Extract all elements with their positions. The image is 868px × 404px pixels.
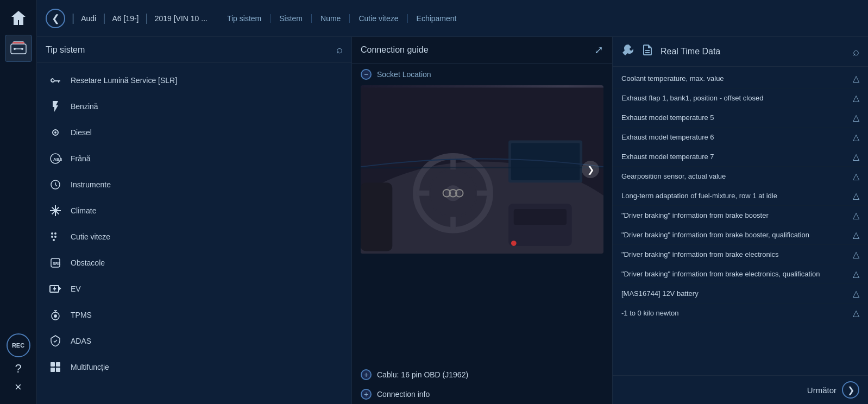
socket-location-row[interactable]: − Socket Location (352, 64, 612, 85)
data-item-label-5: Gearposition sensor, actual value (621, 172, 726, 180)
menu-item-climate[interactable]: Climate (37, 198, 351, 224)
menu-item-diesel[interactable]: Diesel (37, 119, 351, 146)
breadcrumb-brand[interactable]: Audi (81, 14, 96, 23)
data-item-2[interactable]: Exhaust model temperature 5 △ (613, 108, 868, 128)
data-item-6[interactable]: Long-term adaptation of fuel-mixture, ro… (613, 186, 868, 206)
menu-label-climate: Climate (71, 206, 96, 215)
svg-rect-41 (361, 167, 603, 168)
menu-item-instrumente[interactable]: Instrumente (37, 172, 351, 198)
nav-echipament[interactable]: Echipament (408, 14, 466, 23)
alert-icon-8: △ (853, 230, 859, 240)
menu-item-ev[interactable]: EV (37, 276, 351, 302)
cable-row[interactable]: + Cablu: 16 pin OBD (J1962) (352, 365, 612, 384)
data-item-label-7: "Driver braking" information from brake … (621, 211, 769, 219)
lightning-icon (48, 99, 63, 114)
left-panel: Tip sistem ⌕ Resetare Lumină Service [SL… (37, 37, 352, 404)
menu-item-obstacole[interactable]: SRS Obstacole (37, 250, 351, 276)
alert-icon-1: △ (853, 93, 859, 103)
svg-rect-21 (51, 368, 55, 372)
data-item-5[interactable]: Gearposition sensor, actual value △ (613, 167, 868, 186)
sidebar-bottom: REC ? × (7, 333, 30, 400)
svg-point-40 (511, 241, 517, 246)
multi-icon (48, 359, 63, 375)
menu-label-multi: Multifuncție (71, 363, 109, 371)
svg-rect-3 (12, 42, 24, 43)
menu-list: Resetare Lumină Service [SLR] Benzină (37, 63, 351, 384)
svg-rect-20 (56, 362, 60, 367)
breadcrumb-model[interactable]: A6 [19-] (112, 14, 139, 23)
cable-label: Cablu: 16 pin OBD (J1962) (377, 370, 468, 379)
data-item-8[interactable]: "Driver braking" information from brake … (613, 225, 868, 245)
abs-icon: ABS (48, 151, 63, 166)
menu-item-benzina[interactable]: Benzină (37, 93, 351, 119)
data-item-label-0: Coolant temperature, max. value (621, 74, 724, 83)
menu-item-tpms[interactable]: TPMS (37, 302, 351, 328)
expand-button[interactable]: ⤢ (594, 43, 603, 56)
menu-label-diesel: Diesel (71, 128, 92, 137)
alert-icon-10: △ (853, 269, 859, 279)
left-panel-title: Tip sistem (46, 45, 85, 55)
urmator-label: Următor (807, 386, 836, 395)
data-item-7[interactable]: "Driver braking" information from brake … (613, 206, 868, 225)
header-sep3: | (145, 12, 148, 24)
right-footer: Următor ❯ (613, 375, 868, 404)
sidebar-car-diagnostic[interactable] (5, 35, 32, 62)
svg-rect-39 (361, 182, 392, 251)
document-icon-button[interactable] (641, 43, 654, 60)
data-item-9[interactable]: "Driver braking" information from brake … (613, 245, 868, 264)
menu-label-benzina: Benzină (71, 102, 98, 111)
rec-button[interactable]: REC (7, 333, 30, 357)
svg-point-12 (51, 236, 53, 238)
svg-point-11 (54, 232, 56, 235)
back-button[interactable]: ❮ (46, 9, 65, 28)
nav-tip-sistem[interactable]: Tip sistem (218, 14, 271, 23)
data-item-12[interactable]: -1 to 0 kilo newton △ (613, 304, 868, 323)
alert-icon-9: △ (853, 249, 859, 260)
menu-item-cutie[interactable]: Cutie viteze (37, 224, 351, 250)
menu-item-slr[interactable]: Resetare Lumină Service [SLR] (37, 67, 351, 93)
data-item-label-9: "Driver braking" information from brake … (621, 250, 779, 258)
menu-item-multi[interactable]: Multifuncție (37, 354, 351, 380)
next-slide-button[interactable]: ❯ (582, 161, 599, 178)
svg-rect-36 (514, 209, 567, 225)
gearbox-icon (48, 229, 63, 244)
urmator-button[interactable]: ❯ (842, 381, 859, 399)
svg-point-18 (54, 314, 57, 318)
main-content: ❮ | Audi | A6 [19-] | 2019 [VIN 10 ... T… (37, 0, 868, 404)
sidebar-home[interactable] (5, 4, 32, 31)
svg-rect-19 (51, 362, 55, 367)
breadcrumb-year[interactable]: 2019 [VIN 10 ... (155, 14, 207, 23)
svg-point-13 (54, 236, 56, 238)
menu-label-obstacole: Obstacole (71, 258, 105, 267)
left-search-button[interactable]: ⌕ (336, 43, 343, 56)
sidebar: REC ? × (0, 0, 37, 404)
nav-cutie-viteze[interactable]: Cutie viteze (350, 14, 407, 23)
data-item-label-3: Exhaust model temperature 6 (621, 133, 714, 141)
svg-point-27 (445, 185, 461, 201)
nav-sistem[interactable]: Sistem (271, 14, 312, 23)
wrench-icon-button[interactable] (621, 43, 634, 60)
alert-icon-12: △ (853, 308, 859, 318)
right-search-button[interactable]: ⌕ (853, 46, 859, 58)
menu-item-frana[interactable]: ABS Frână (37, 146, 351, 172)
nav-nume[interactable]: Nume (312, 14, 350, 23)
svg-point-9 (54, 209, 57, 212)
data-item-10[interactable]: "Driver braking" information from brake … (613, 264, 868, 284)
header-nav: Tip sistem Sistem Nume Cutie viteze Echi… (218, 14, 466, 23)
right-panel-header: Real Time Data ⌕ (613, 37, 868, 67)
data-item-3[interactable]: Exhaust model temperature 6 △ (613, 128, 868, 147)
srs-icon: SRS (48, 255, 63, 270)
menu-item-adas[interactable]: ADAS (37, 328, 351, 354)
alert-icon-2: △ (853, 112, 859, 123)
data-item-label-6: Long-term adaptation of fuel-mixture, ro… (621, 192, 777, 200)
data-item-1[interactable]: Exhaust flap 1, bank1, position - offset… (613, 89, 868, 108)
data-item-0[interactable]: Coolant temperature, max. value △ (613, 69, 868, 89)
connection-row[interactable]: + Connection info (352, 384, 612, 404)
data-item-11[interactable]: [MAS16744] 12V battery △ (613, 284, 868, 304)
adas-icon (48, 333, 63, 349)
help-icon[interactable]: ? (15, 362, 21, 376)
menu-label-adas: ADAS (71, 337, 91, 345)
data-item-label-2: Exhaust model temperature 5 (621, 113, 714, 122)
close-icon[interactable]: × (15, 380, 22, 394)
data-item-4[interactable]: Exhaust model temperature 7 △ (613, 147, 868, 167)
